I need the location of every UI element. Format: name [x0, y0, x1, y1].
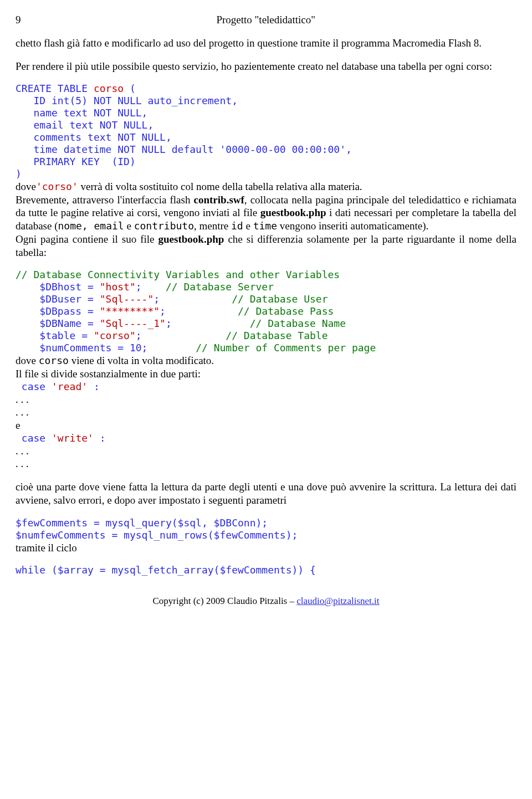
php-string: "host": [100, 281, 136, 293]
sql-tablename: corso: [94, 83, 124, 94]
inline-code-corso: 'corso': [36, 181, 78, 192]
page-header: 9 Progetto "teledidattico": [16, 13, 516, 27]
php-var: $DBpass =: [16, 305, 100, 317]
php-comment: // Database Server: [166, 281, 274, 293]
paragraph-intro-2: Per rendere il più utile possibile quest…: [16, 60, 516, 73]
php-comment: // Database Connectivity Variables and o…: [16, 269, 340, 280]
text: vengono inseriti automaticamente).: [277, 220, 428, 232]
php-semicolon: ;: [136, 281, 166, 293]
sql-col-name: name text NOT NULL,: [16, 107, 147, 119]
php-while: while ($array = mysql_fetch_array($fewCo…: [16, 564, 516, 576]
inline-code: contributo: [134, 220, 194, 232]
php-comment: // Database Name: [250, 317, 346, 329]
php-semicolon: ;: [166, 317, 250, 329]
php-var: $DBuser =: [16, 293, 100, 305]
sql-col-email: email text NOT NULL,: [16, 119, 154, 131]
php-var: $DBName =: [16, 317, 100, 329]
sql-close: ): [16, 168, 22, 180]
ellipsis: . . .: [16, 444, 516, 458]
text: Ogni pagina contiene il suo file: [16, 233, 158, 245]
php-query: $fewComments = mysql_query($sql, $DBConn…: [16, 517, 516, 541]
text: e: [124, 220, 134, 232]
text: dove: [16, 181, 36, 192]
page-number: 9: [16, 13, 32, 27]
php-string: "Sql----": [100, 293, 154, 305]
php-colon: :: [88, 381, 100, 392]
sql-create-table: CREATE TABLE corso ( ID int(5) NOT NULL …: [16, 83, 516, 180]
php-expr: ($array = mysql_fetch_array($fewComments…: [45, 564, 316, 576]
paragraph-dove-corso: dove'corso' verrà di volta sostituito co…: [16, 180, 516, 193]
text: Brevemente, attraverso l'interfaccia fla…: [16, 194, 194, 206]
php-comment: // Database Table: [226, 330, 328, 341]
sql-col-time: time datetime NOT NULL default '0000-00-…: [16, 144, 352, 155]
php-var: $DBhost =: [16, 281, 100, 293]
paragraph-guestbook: Ogni pagina contiene il suo file guestbo…: [16, 233, 516, 259]
sql-col-comments: comments text NOT NULL,: [16, 131, 172, 143]
bold-guestbook-php-2: guestbook.php: [158, 233, 224, 245]
php-string: "Sql----_1": [100, 317, 166, 329]
php-semicolon: ;: [154, 293, 232, 305]
php-keyword: case: [16, 432, 52, 444]
paragraph-ciclo: tramite il ciclo: [16, 541, 516, 555]
php-var: $table =: [16, 330, 94, 341]
ellipsis: . . .: [16, 457, 516, 470]
php-keyword: while: [16, 564, 45, 576]
paragraph-dove-corso-2: dove corso viene di volta in volta modif…: [16, 354, 516, 367]
footer-text: Copyright (c) 2009 Claudio Pitzalis –: [153, 596, 297, 606]
bold-contrib-swf: contrib.swf: [194, 194, 244, 206]
php-semicolon: ;: [136, 330, 226, 341]
php-comment: // Number of Comments per page: [196, 342, 376, 354]
php-keyword: case: [16, 381, 52, 392]
php-string: "corso": [94, 330, 136, 341]
text: viene di volta in volta modificato.: [69, 355, 214, 366]
ellipsis: . . .: [16, 406, 516, 419]
inline-code: time: [253, 220, 277, 232]
text: verrà di volta sostituito col nome della…: [78, 181, 362, 192]
php-string: 'read': [52, 381, 88, 392]
text: , mentre: [194, 220, 231, 232]
php-number: 10: [130, 342, 142, 354]
inline-code: corso: [39, 355, 69, 366]
php-colon: :: [94, 432, 106, 444]
paragraph-due-parti: Il file si divide sostanzialmente in due…: [16, 367, 516, 381]
paragraph-contrib: Brevemente, attraverso l'interfaccia fla…: [16, 193, 516, 233]
sql-paren: (: [124, 83, 136, 94]
php-semicolon: ;: [160, 305, 238, 317]
ellipsis: . . .: [16, 393, 516, 406]
inline-code: id: [231, 220, 243, 232]
page-title: Progetto "teledidattico": [35, 13, 497, 27]
sql-keyword: CREATE TABLE: [16, 83, 94, 94]
php-line: $fewComments = mysql_query($sql, $DBConn…: [16, 517, 268, 529]
footer-email-link[interactable]: claudio@pitzalisnet.it: [296, 596, 379, 606]
php-comment: // Database User: [232, 293, 328, 305]
php-var: $numComments =: [16, 342, 130, 354]
text: e: [243, 220, 253, 232]
paragraph-lettura-scrittura: cioè una parte dove viene fatta la lettu…: [16, 480, 516, 507]
php-line: $numfewComments = mysql_num_rows($fewCom…: [16, 529, 298, 541]
page-footer: Copyright (c) 2009 Claudio Pitzalis – cl…: [16, 595, 516, 607]
sql-col-id: ID int(5) NOT NULL auto_increment,: [16, 95, 238, 106]
php-case-write: case 'write' :: [16, 432, 516, 444]
bold-guestbook-php: guestbook.php: [260, 207, 326, 218]
php-string: 'write': [52, 432, 94, 444]
php-string: "********": [100, 305, 160, 317]
php-case-read: case 'read' :: [16, 381, 516, 393]
inline-code: nome, email: [58, 220, 124, 232]
php-db-vars: // Database Connectivity Variables and o…: [16, 269, 516, 354]
paragraph-intro-1: chetto flash già fatto e modificarlo ad …: [16, 37, 516, 50]
sql-primary-key: PRIMARY KEY (ID): [16, 156, 136, 167]
text-e: e: [16, 419, 516, 432]
php-semicolon: ;: [142, 342, 196, 354]
php-comment: // Database Pass: [238, 305, 334, 317]
text: dove: [16, 355, 39, 366]
